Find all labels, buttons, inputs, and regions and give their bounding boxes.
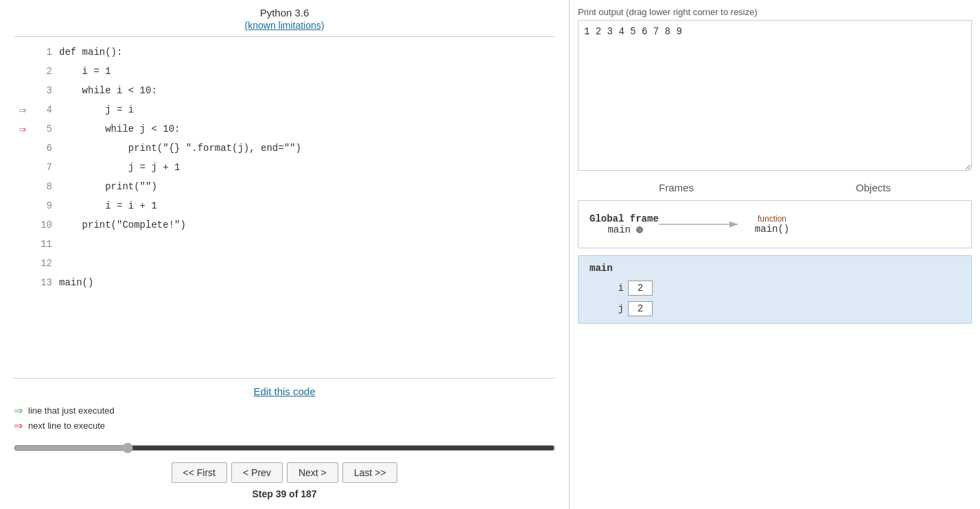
- main-frame-box: main i 2 j 2: [578, 255, 972, 324]
- line-code-3: while i < 10:: [59, 81, 555, 100]
- global-frame-vars: main: [603, 224, 643, 235]
- line-code-7: j = j + 1: [59, 158, 555, 177]
- code-line-2: 2 i = 1: [14, 62, 555, 81]
- green-arrow-icon: ⇒: [19, 104, 27, 117]
- legend-green: ⇒ line that just executed: [14, 404, 555, 417]
- global-frame-label: Global frame: [590, 213, 659, 224]
- line-arrow-5: ⇒: [14, 119, 34, 139]
- line-arrow-8: [14, 177, 34, 196]
- line-code-6: print("{} ".format(j), end=""): [59, 139, 555, 158]
- line-code-8: print(""): [59, 177, 555, 196]
- legend: ⇒ line that just executed ⇒ next line to…: [0, 401, 569, 437]
- red-arrow-icon: ⇒: [19, 123, 27, 137]
- code-line-7: 7 j = j + 1: [14, 158, 555, 177]
- next-button[interactable]: Next >: [287, 462, 338, 483]
- nav-buttons: << First < Prev Next > Last >>: [0, 458, 569, 486]
- slider-section: [0, 437, 569, 458]
- edit-this-code-link[interactable]: Edit this code: [253, 386, 315, 397]
- line-arrow-12: [14, 254, 34, 273]
- known-limitations-link[interactable]: (known limitations): [245, 20, 325, 31]
- line-arrow-7: [14, 158, 34, 177]
- line-num-3: 3: [34, 81, 59, 100]
- function-object: function main(): [755, 214, 789, 235]
- line-num-9: 9: [34, 196, 59, 215]
- code-line-10: 10 print("Complete!"): [14, 215, 555, 235]
- line-code-9: i = i + 1: [59, 196, 555, 215]
- step-slider[interactable]: [14, 442, 555, 453]
- function-type-label: function: [758, 214, 786, 224]
- frames-label: Frames: [578, 182, 775, 193]
- line-num-7: 7: [34, 158, 59, 177]
- line-num-12: 12: [34, 254, 59, 273]
- main-var-i-name: i: [603, 283, 624, 294]
- line-code-5: while j < 10:: [59, 119, 555, 139]
- global-var-main: main: [603, 224, 643, 235]
- line-code-11: [59, 235, 555, 254]
- left-panel: Python 3.6 (known limitations) 1def main…: [0, 0, 570, 509]
- code-line-12: 12: [14, 254, 555, 273]
- print-output-label: Print output (drag lower right corner to…: [578, 7, 972, 17]
- line-arrow-3: [14, 81, 34, 100]
- line-num-10: 10: [34, 215, 59, 235]
- var-dot-main: [636, 226, 643, 233]
- main-frame-title: main: [590, 263, 960, 274]
- line-num-5: 5: [34, 119, 59, 139]
- legend-red: ⇒ next line to execute: [14, 419, 555, 432]
- step-info: Step 39 of 187: [0, 486, 569, 502]
- red-arrow-icon: ⇒: [14, 419, 23, 432]
- main-var-j: j 2: [603, 301, 960, 316]
- main-var-i: i 2: [603, 281, 960, 296]
- line-num-11: 11: [34, 235, 59, 254]
- line-arrow-11: [14, 235, 34, 254]
- global-var-name: main: [603, 224, 631, 235]
- line-code-10: print("Complete!"): [59, 215, 555, 235]
- code-line-1: 1def main():: [14, 43, 555, 62]
- code-line-4: ⇒4 j = i: [14, 100, 555, 119]
- code-line-3: 3 while i < 10:: [14, 81, 555, 100]
- print-output-content: 1 2 3 4 5 6 7 8 9: [584, 26, 682, 37]
- green-arrow-icon: ⇒: [14, 404, 23, 417]
- frames-objects-section: Frames Objects Global frame main: [578, 182, 972, 502]
- line-num-8: 8: [34, 177, 59, 196]
- code-line-13: 13main(): [14, 273, 555, 292]
- legend-green-label: line that just executed: [28, 405, 115, 416]
- line-arrow-4: ⇒: [14, 100, 34, 119]
- code-table: 1def main():2 i = 13 while i < 10:⇒4 j =…: [14, 43, 555, 292]
- main-var-i-value: 2: [628, 281, 653, 296]
- code-line-5: ⇒5 while j < 10:: [14, 119, 555, 139]
- code-line-8: 8 print(""): [14, 177, 555, 196]
- function-name: main(): [755, 224, 789, 235]
- line-code-2: i = 1: [59, 62, 555, 81]
- python-version: Python 3.6: [0, 7, 569, 19]
- main-var-j-name: j: [603, 303, 624, 314]
- frames-objects-header: Frames Objects: [578, 182, 972, 193]
- line-arrow-2: [14, 62, 34, 81]
- line-num-6: 6: [34, 139, 59, 158]
- code-line-6: 6 print("{} ".format(j), end=""): [14, 139, 555, 158]
- first-button[interactable]: << First: [172, 462, 227, 483]
- legend-red-label: next line to execute: [28, 421, 105, 431]
- main-var-j-value: 2: [628, 301, 653, 316]
- line-arrow-9: [14, 196, 34, 215]
- prev-button[interactable]: < Prev: [231, 462, 283, 483]
- line-num-1: 1: [34, 43, 59, 62]
- objects-label: Objects: [775, 182, 972, 193]
- line-arrow-6: [14, 139, 34, 158]
- code-line-9: 9 i = i + 1: [14, 196, 555, 215]
- right-panel: Print output (drag lower right corner to…: [570, 0, 980, 509]
- line-num-2: 2: [34, 62, 59, 81]
- line-num-4: 4: [34, 100, 59, 119]
- connector-svg: [659, 211, 755, 238]
- line-num-13: 13: [34, 273, 59, 292]
- main-frame-vars: i 2 j 2: [603, 281, 960, 316]
- line-arrow-1: [14, 43, 34, 62]
- print-output-box: 1 2 3 4 5 6 7 8 9: [578, 20, 972, 171]
- line-arrow-13: [14, 273, 34, 292]
- line-code-13: main(): [59, 273, 555, 292]
- edit-code-section: Edit this code: [0, 379, 569, 401]
- line-code-12: [59, 254, 555, 273]
- code-line-11: 11: [14, 235, 555, 254]
- code-area: 1def main():2 i = 13 while i < 10:⇒4 j =…: [0, 37, 569, 378]
- last-button[interactable]: Last >>: [342, 462, 398, 483]
- line-code-4: j = i: [59, 100, 555, 119]
